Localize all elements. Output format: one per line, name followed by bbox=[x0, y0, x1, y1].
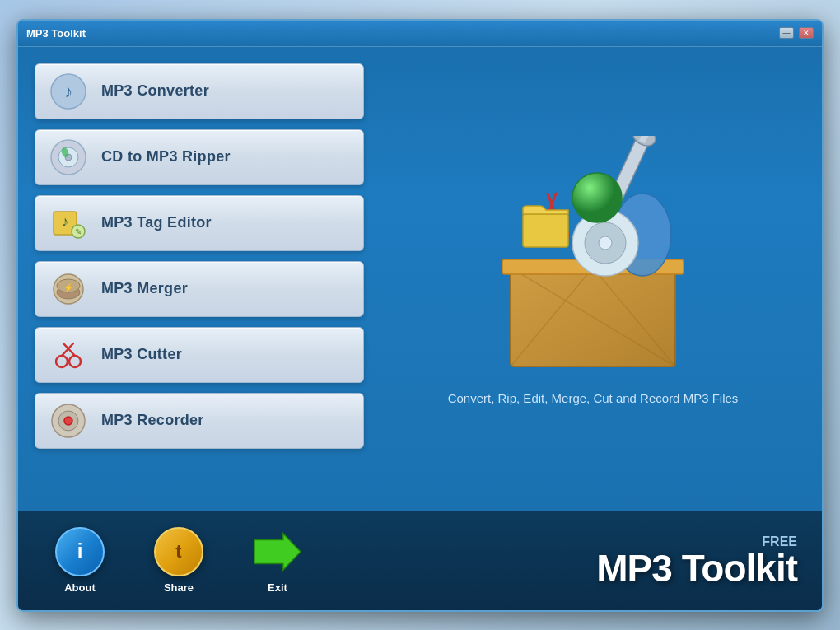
svg-point-20 bbox=[64, 417, 72, 425]
cd-ripper-button[interactable]: CD to MP3 Ripper bbox=[35, 129, 364, 185]
left-panel: ♪ MP3 Converter CD to MP3 Ripper bbox=[35, 63, 364, 495]
svg-rect-39 bbox=[523, 214, 568, 247]
minimize-button[interactable]: — bbox=[779, 27, 794, 39]
recorder-icon bbox=[49, 401, 88, 441]
about-label: About bbox=[64, 581, 96, 594]
toolbox-illustration bbox=[478, 136, 708, 366]
mp3-recorder-label: MP3 Recorder bbox=[101, 412, 204, 429]
brand: FREE MP3 Toolkit bbox=[596, 534, 797, 587]
svg-point-15 bbox=[69, 356, 81, 367]
cd-ripper-label: CD to MP3 Ripper bbox=[101, 148, 231, 166]
mp3-cutter-label: MP3 Cutter bbox=[101, 346, 182, 363]
svg-text:⚡: ⚡ bbox=[63, 282, 74, 293]
exit-label: Exit bbox=[268, 581, 287, 594]
cd-icon bbox=[49, 138, 88, 177]
svg-text:i: i bbox=[77, 539, 83, 562]
tag-editor-button[interactable]: ♪ ✎ MP3 Tag Editor bbox=[35, 195, 364, 251]
main-content: ♪ MP3 Converter CD to MP3 Ripper bbox=[18, 47, 822, 511]
music-note-icon: ♪ bbox=[49, 72, 88, 111]
merge-icon: ⚡ bbox=[49, 269, 88, 309]
mp3-merger-button[interactable]: ⚡ MP3 Merger bbox=[35, 261, 364, 317]
scissors-icon bbox=[49, 335, 88, 375]
mp3-cutter-button[interactable]: MP3 Cutter bbox=[35, 327, 364, 383]
svg-text:t: t bbox=[175, 541, 182, 562]
svg-point-34 bbox=[572, 173, 622, 222]
window-controls: — ✕ bbox=[779, 27, 814, 39]
about-button[interactable]: i About bbox=[43, 527, 117, 594]
svg-text:✎: ✎ bbox=[75, 227, 82, 236]
svg-line-17 bbox=[63, 343, 75, 356]
share-button[interactable]: t Share bbox=[142, 527, 216, 594]
close-button[interactable]: ✕ bbox=[799, 27, 814, 39]
share-label: Share bbox=[164, 581, 194, 594]
mp3-merger-label: MP3 Merger bbox=[101, 280, 188, 297]
about-icon: i bbox=[55, 527, 105, 576]
svg-text:♪: ♪ bbox=[64, 82, 72, 100]
mp3-converter-button[interactable]: ♪ MP3 Converter bbox=[35, 63, 364, 119]
brand-name-label: MP3 Toolkit bbox=[596, 549, 797, 587]
tag-editor-label: MP3 Tag Editor bbox=[101, 214, 212, 231]
svg-line-16 bbox=[62, 343, 73, 356]
tagline-text: Convert, Rip, Edit, Merge, Cut and Recor… bbox=[448, 391, 739, 405]
window-title: MP3 Toolkit bbox=[26, 27, 779, 40]
svg-point-33 bbox=[599, 236, 612, 250]
share-icon: t bbox=[154, 527, 203, 576]
svg-marker-42 bbox=[254, 534, 301, 571]
titlebar: MP3 Toolkit — ✕ bbox=[18, 21, 822, 47]
main-window: MP3 Toolkit — ✕ ♪ MP3 Converter bbox=[16, 19, 824, 612]
tag-icon: ♪ ✎ bbox=[49, 203, 88, 243]
mp3-converter-label: MP3 Converter bbox=[101, 82, 209, 100]
mp3-recorder-button[interactable]: MP3 Recorder bbox=[35, 393, 364, 449]
footer: i About t Share Exit FREE bbox=[18, 511, 822, 610]
svg-point-14 bbox=[56, 356, 68, 367]
right-panel: Convert, Rip, Edit, Merge, Cut and Recor… bbox=[380, 63, 805, 495]
exit-button[interactable]: Exit bbox=[240, 527, 315, 594]
exit-icon bbox=[253, 527, 302, 576]
svg-text:♪: ♪ bbox=[62, 213, 69, 230]
